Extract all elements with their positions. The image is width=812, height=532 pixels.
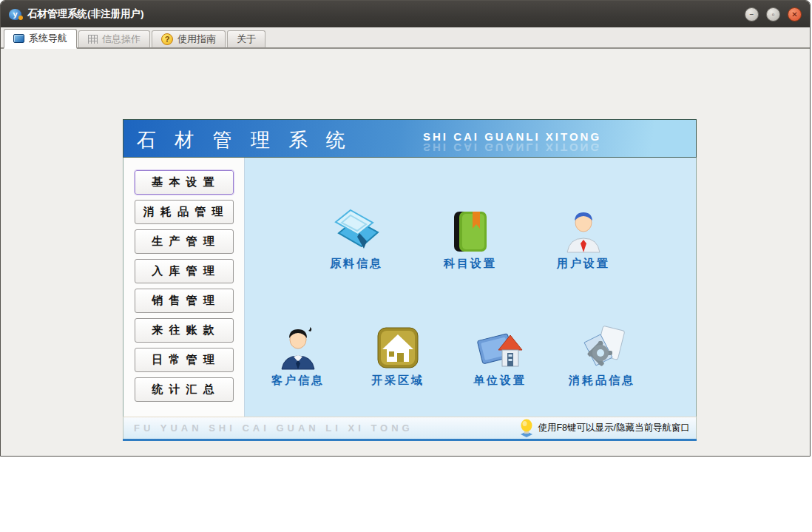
module-subject-settings[interactable]: 科目设置: [415, 202, 526, 271]
panel-banner: 石 材 管 理 系 统 SHI CAI GUANLI XITONG SHI CA…: [123, 119, 697, 158]
module-label: 单位设置: [444, 374, 555, 388]
user-settings-icon: [528, 202, 639, 254]
grid-icon: [88, 35, 98, 44]
tab-about[interactable]: 关于: [227, 30, 265, 47]
module-label: 消耗品信息: [547, 374, 657, 388]
titlebar: y 石材管理系统(非注册用户) − ▫ ✕: [1, 1, 810, 27]
tab-label: 信息操作: [102, 33, 141, 46]
module-mining-area[interactable]: 开采区域: [342, 319, 453, 388]
tab-user-guide[interactable]: ? 使用指南: [152, 30, 226, 47]
subject-book-icon: [415, 202, 526, 254]
category-sidebar: 基 本 设 置 消 耗 品 管 理 生 产 管 理 入 库 管 理 销 售 管 …: [124, 158, 245, 417]
module-label: 客户信息: [243, 374, 353, 388]
module-area: 原料信息 科目设置: [245, 158, 696, 417]
window-controls: − ▫ ✕: [745, 7, 802, 21]
help-icon: ?: [161, 33, 173, 45]
module-label: 开采区域: [342, 374, 453, 388]
app-icon: y: [9, 9, 21, 20]
footer-tip-text: 使用F8键可以显示/隐藏当前导航窗口: [538, 422, 690, 434]
module-customer-info[interactable]: 客户信息: [243, 319, 353, 388]
navigation-panel: 石 材 管 理 系 统 SHI CAI GUANLI XITONG SHI CA…: [123, 119, 697, 441]
sidebar-item-sales-mgmt[interactable]: 销 售 管 理: [135, 289, 234, 313]
bulb-icon: [518, 419, 535, 438]
module-user-settings[interactable]: 用户设置: [528, 202, 639, 271]
app-window: y 石材管理系统(非注册用户) − ▫ ✕ 系统导航 信息操作 ? 使用指南 关…: [0, 0, 811, 457]
banner-title-en-reflection: SHI CAI GUANLI XITONG: [423, 141, 601, 154]
screen-icon: [13, 34, 24, 43]
module-label: 科目设置: [415, 257, 526, 271]
close-button[interactable]: ✕: [788, 7, 802, 21]
sidebar-item-statistics[interactable]: 统 计 汇 总: [135, 377, 234, 402]
module-label: 用户设置: [528, 257, 639, 271]
tab-label: 使用指南: [177, 33, 216, 46]
maximize-button[interactable]: ▫: [766, 7, 780, 21]
footer-tip: 使用F8键可以显示/隐藏当前导航窗口: [518, 419, 696, 438]
sidebar-item-consumables-mgmt[interactable]: 消 耗 品 管 理: [135, 200, 234, 224]
tab-label: 系统导航: [29, 32, 67, 45]
footer-watermark: FU YUAN SHI CAI GUAN LI XI TONG: [124, 422, 413, 434]
unit-settings-icon: [444, 319, 555, 371]
sidebar-item-production-mgmt[interactable]: 生 产 管 理: [135, 229, 234, 254]
sidebar-item-warehouse-mgmt[interactable]: 入 库 管 理: [135, 259, 234, 283]
tab-info-operation[interactable]: 信息操作: [78, 30, 150, 47]
panel-footer: FU YUAN SHI CAI GUAN LI XI TONG 使用F8键可以显…: [123, 417, 697, 439]
tab-bar: 系统导航 信息操作 ? 使用指南 关于: [1, 27, 810, 49]
module-label: 原料信息: [301, 257, 412, 271]
panel-bottom-line: [123, 439, 697, 441]
raw-material-icon: [301, 202, 412, 254]
window-title: 石材管理系统(非注册用户): [27, 7, 144, 21]
tab-system-nav[interactable]: 系统导航: [4, 29, 77, 49]
sidebar-item-daily-mgmt[interactable]: 日 常 管 理: [135, 348, 234, 372]
banner-title-cn: 石 材 管 理 系 统: [137, 127, 352, 153]
consumables-icon: [547, 319, 657, 371]
sidebar-item-basic-settings[interactable]: 基 本 设 置: [135, 170, 234, 195]
module-consumables-info[interactable]: 消耗品信息: [547, 319, 657, 388]
module-raw-material[interactable]: 原料信息: [301, 202, 412, 271]
sidebar-item-accounts[interactable]: 来 往 账 款: [135, 318, 234, 343]
module-unit-settings[interactable]: 单位设置: [444, 319, 555, 388]
minimize-button[interactable]: −: [745, 7, 759, 21]
customer-icon: [243, 319, 353, 371]
mining-area-icon: [342, 319, 453, 371]
tab-label: 关于: [237, 33, 256, 46]
